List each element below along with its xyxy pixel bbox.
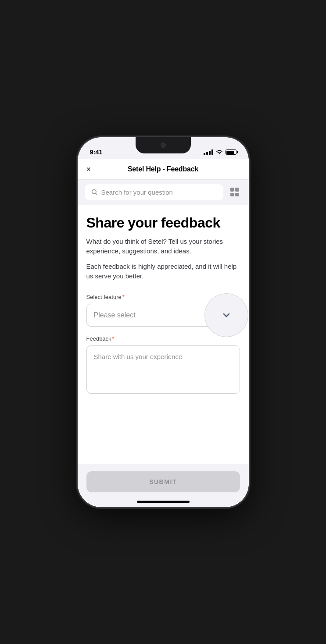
grid-icon[interactable] [228, 185, 242, 199]
chevron-down-icon [221, 310, 232, 320]
phone-screen: 9:41 [78, 137, 249, 507]
notch [136, 137, 191, 153]
feedback-group: Feedback* [86, 335, 240, 395]
submit-button[interactable]: SUBMIT [86, 471, 240, 492]
svg-point-0 [92, 190, 96, 194]
nav-header: × Setel Help - Feedback [78, 159, 249, 180]
dropdown-circle[interactable] [204, 293, 248, 337]
signal-bars-icon [204, 149, 213, 155]
search-container: Search for your question [78, 180, 249, 205]
page-description-1: What do you think of Setel? Tell us your… [86, 237, 240, 256]
select-wrapper: Please select [86, 304, 240, 327]
page-title: Share your feedback [86, 215, 240, 231]
feedback-label: Feedback* [86, 335, 240, 342]
svg-line-1 [96, 193, 97, 195]
search-bar[interactable]: Search for your question [85, 184, 223, 200]
select-feature-field[interactable]: Please select [86, 304, 240, 327]
battery-icon [226, 149, 236, 155]
select-feature-group: Select feature* Please select [86, 294, 240, 327]
status-icons [204, 149, 236, 156]
phone-frame: 9:41 [78, 137, 249, 507]
status-time: 9:41 [90, 148, 103, 156]
main-content: Share your feedback What do you think of… [78, 205, 249, 464]
close-button[interactable]: × [86, 165, 91, 173]
notch-camera [161, 142, 166, 148]
select-placeholder-text: Please select [94, 311, 136, 319]
feedback-textarea[interactable] [86, 345, 240, 394]
page-description-2: Each feedback is highly appreciated, and… [86, 262, 240, 281]
wifi-icon [216, 149, 223, 156]
nav-title: Setel Help - Feedback [128, 165, 198, 173]
feedback-required-star: * [112, 335, 115, 342]
screen-content: × Setel Help - Feedback Search for your … [78, 159, 249, 507]
required-star: * [122, 294, 125, 300]
search-icon [91, 189, 98, 196]
home-indicator [137, 501, 190, 503]
search-placeholder: Search for your question [101, 189, 173, 196]
